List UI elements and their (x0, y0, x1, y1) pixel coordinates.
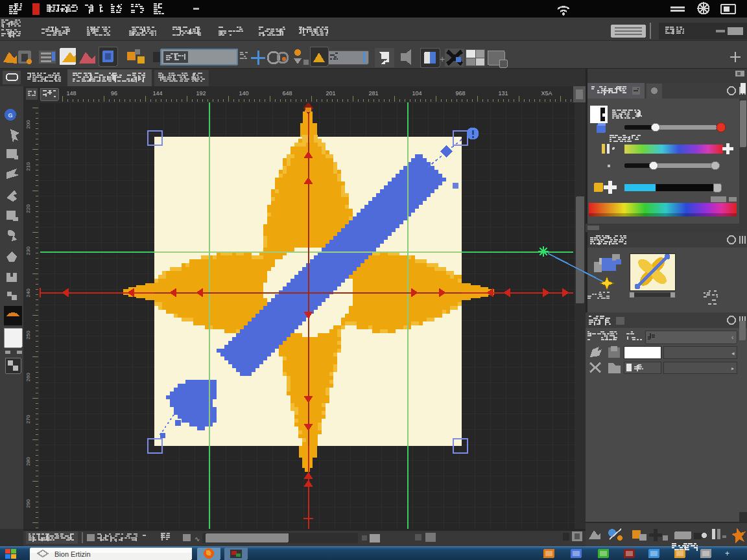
svg-text:968: 968 (455, 90, 465, 97)
svg-text:290: 290 (25, 499, 31, 508)
svg-text:Bion Ertizin: Bion Ertizin (54, 550, 91, 558)
svg-text:148: 148 (66, 90, 76, 97)
svg-text:X5A: X5A (541, 90, 552, 97)
svg-text:250: 250 (25, 331, 31, 340)
svg-text:280: 280 (25, 457, 31, 466)
svg-text:648: 648 (282, 90, 292, 97)
svg-text:270: 270 (25, 415, 31, 424)
svg-text:140: 140 (239, 90, 248, 97)
svg-text:230: 230 (25, 246, 31, 255)
svg-text:260: 260 (25, 373, 31, 382)
svg-text:200: 200 (25, 120, 31, 129)
svg-text:210: 210 (25, 162, 31, 171)
svg-text:+: + (440, 54, 445, 64)
svg-text:104: 104 (412, 90, 421, 97)
svg-text:192: 192 (196, 90, 206, 97)
svg-text:220: 220 (25, 204, 31, 213)
svg-text:◂: ◂ (731, 350, 735, 356)
svg-text:∿: ∿ (195, 535, 200, 542)
svg-text:+: + (725, 549, 729, 558)
svg-text:▸: ▸ (731, 366, 734, 371)
svg-text:240: 240 (25, 288, 31, 298)
svg-text:G: G (8, 112, 12, 119)
svg-text:281: 281 (368, 90, 378, 97)
svg-text:131: 131 (498, 90, 508, 97)
svg-text:96: 96 (111, 90, 117, 97)
svg-text:201: 201 (326, 90, 335, 97)
svg-text:‹: ‹ (731, 334, 733, 341)
svg-text:144: 144 (152, 90, 162, 97)
